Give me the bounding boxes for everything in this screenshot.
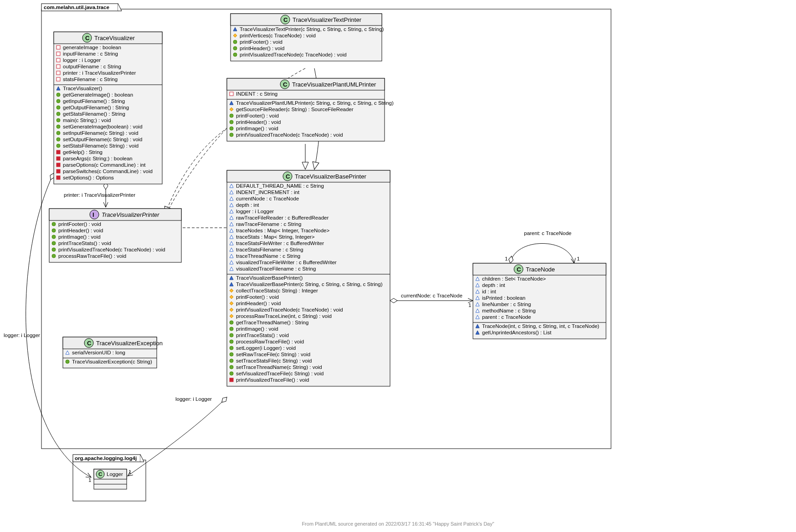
svg-point-43 [56,125,60,128]
svg-text:TraceVisualizerTextPrinter(c S: TraceVisualizerTextPrinter(c String, c S… [240,26,384,32]
svg-text:TraceVisualizer: TraceVisualizer [94,35,135,41]
svg-text:printHeader()  : void: printHeader() : void [240,46,284,51]
svg-point-144 [52,222,56,226]
svg-rect-53 [56,157,60,160]
svg-rect-25 [56,65,60,68]
svg-text:printHeader()  : void: printHeader() : void [236,119,281,125]
svg-text:statsFilename : c String: statsFilename : c String [63,77,118,82]
svg-text:TraceNode(int, c String, c Str: TraceNode(int, c String, c String, int, … [482,323,599,329]
svg-text:setGenerateImage(boolean)  : v: setGenerateImage(boolean) : void [63,124,143,129]
class-TraceVisualizerPlantUMLPrinter: CTraceVisualizerPlantUMLPrinterINDENT : … [227,78,394,141]
svg-text:getInputFilename()  : String: getInputFilename() : String [63,98,125,104]
svg-text:id : int: id : int [482,289,496,294]
svg-text:traceThreadName : c String: traceThreadName : c String [236,253,300,259]
svg-point-135 [230,372,233,375]
svg-text:main(c String;)  : void: main(c String;) : void [63,118,111,123]
svg-point-121 [230,327,233,331]
svg-text:printVertices(c TraceNode)  : : printVertices(c TraceNode) : void [240,33,316,38]
svg-point-123 [230,333,233,337]
svg-text:methodName : c String: methodName : c String [482,308,536,313]
svg-text:printer: i TraceVisualizerPrin: printer: i TraceVisualizerPrinter [64,192,135,198]
svg-text:parent: c TraceNode: parent: c TraceNode [524,230,571,236]
class-TraceVisualizerBasePrinter: CTraceVisualizerBasePrinterDEFAULT_THREA… [227,170,390,386]
svg-point-125 [230,340,233,343]
svg-text:parseOptions(c CommandLine)  :: parseOptions(c CommandLine) : int [63,162,146,168]
footer-text: From PlantUML source generated on 2022/0… [0,521,796,527]
svg-text:traceStats :  Map< String, Int: traceStats : Map< String, Integer> [236,234,315,240]
svg-point-133 [230,365,233,369]
svg-text:printTraceStats()  : void: printTraceStats() : void [58,240,111,246]
svg-text:printImage()  : void: printImage() : void [58,234,101,240]
svg-rect-27 [56,71,60,75]
svg-text:logger : i Logger: logger : i Logger [63,57,101,63]
svg-text:depth : int: depth : int [482,282,505,288]
svg-point-49 [56,144,60,148]
svg-text:TraceVisualizerPlantUMLPrinter: TraceVisualizerPlantUMLPrinter(c String,… [236,100,394,106]
svg-text:parseSwitches(c CommandLine)  : parseSwitches(c CommandLine) : void [63,169,153,174]
svg-point-41 [56,118,60,122]
svg-text:getHelp()  : String: getHelp() : String [63,149,103,155]
svg-text:generateImage : boolean: generateImage : boolean [63,45,121,50]
svg-text:Logger: Logger [107,471,123,477]
svg-text:TraceVisualizerPlantUMLPrinter: TraceVisualizerPlantUMLPrinter [292,81,376,88]
svg-point-141 [90,210,99,219]
svg-text:currentNode : c TraceNode: currentNode : c TraceNode [236,196,299,201]
svg-text:printFooter()  : void: printFooter() : void [58,221,101,227]
svg-text:printVisualizedTraceNode(c Tra: printVisualizedTraceNode(c TraceNode) : … [240,52,347,57]
svg-point-33 [56,93,60,97]
svg-point-72 [233,53,237,56]
svg-text:printFooter()  : void: printFooter() : void [240,39,282,45]
class-TraceNode: CTraceNodechildren : Set< TraceNode>dept… [473,263,606,339]
svg-point-146 [52,229,56,232]
svg-text:rawTraceFilename : c String: rawTraceFilename : c String [236,221,301,227]
svg-text:traceStatsFilename : c String: traceStatsFilename : c String [236,247,303,252]
svg-text:processRawTraceLine(int, c Str: processRawTraceLine(int, c String) : voi… [236,313,332,319]
svg-text:I: I [92,211,94,218]
class-TraceVisualizerTextPrinter: CTraceVisualizerTextPrinterTraceVisualiz… [231,14,384,61]
package-title: com.melahn.util.java.trace [44,5,109,10]
svg-point-127 [230,346,233,350]
svg-text:printHeader()  : void: printHeader() : void [236,301,281,306]
svg-text:currentNode: c TraceNode: currentNode: c TraceNode [401,293,462,298]
svg-text:serialVersionUID : long: serialVersionUID : long [72,350,125,355]
svg-text:setLogger(i Logger)  : void: setLogger(i Logger) : void [236,345,296,351]
svg-text:DEFAULT_THREAD_NAME : c String: DEFAULT_THREAD_NAME : c String [236,183,324,189]
svg-text:getOutputFilename()  : String: getOutputFilename() : String [63,105,129,110]
svg-point-86 [230,120,233,124]
class-Logger: CLogger [94,469,127,489]
svg-text:logger: i Logger: logger: i Logger [4,332,40,338]
svg-text:1: 1 [577,256,580,261]
svg-text:outputFilename : c String: outputFilename : c String [63,64,121,69]
class-TraceVisualizerPrinter: ITraceVisualizerPrinterprintFooter() : v… [49,209,181,262]
package-log4j-title: org.apache.logging.log4j [75,455,137,461]
svg-text:printVisualizedTraceNode(c Tra: printVisualizedTraceNode(c TraceNode) : … [58,247,165,252]
svg-point-152 [52,248,56,251]
svg-text:parseArgs(c String;)  : boolea: parseArgs(c String;) : boolean [63,156,133,161]
svg-text:parent : c TraceNode: parent : c TraceNode [482,314,531,320]
svg-point-129 [230,353,233,356]
svg-text:1: 1 [505,256,508,261]
svg-point-68 [233,40,237,44]
svg-text:printFooter()  : void: printFooter() : void [236,113,279,118]
svg-point-88 [230,127,233,130]
svg-text:processRawTraceFile()  : void: processRawTraceFile() : void [58,253,126,259]
svg-point-90 [230,133,233,137]
svg-text:setTraceStatsFile(c String)  :: setTraceStatsFile(c String) : void [236,358,312,363]
svg-point-154 [52,254,56,258]
svg-text:1: 1 [88,477,91,483]
svg-rect-79 [230,92,233,96]
svg-point-45 [56,131,60,135]
svg-text:setInputFilename(c String)  : : setInputFilename(c String) : void [63,130,139,136]
svg-rect-137 [230,378,233,382]
svg-rect-29 [56,77,60,81]
svg-text:visualizedTraceFileWriter : c : visualizedTraceFileWriter : c BufferedWr… [236,260,337,265]
svg-text:getUnprintedAncestors()  : Lis: getUnprintedAncestors() : List [482,330,552,335]
svg-text:TraceNode: TraceNode [526,266,555,273]
svg-text:printVisualizedTraceNode(c Tra: printVisualizedTraceNode(c TraceNode) : … [236,132,343,138]
svg-text:setOptions()  : Options: setOptions() : Options [63,175,114,180]
svg-text:setStatsFilename(c String)  : : setStatsFilename(c String) : void [63,143,139,148]
svg-text:TraceVisualizerTextPrinter: TraceVisualizerTextPrinter [293,16,362,23]
svg-rect-51 [56,150,60,154]
svg-text:printTraceStats()  : void: printTraceStats() : void [236,332,289,338]
svg-point-47 [56,138,60,141]
